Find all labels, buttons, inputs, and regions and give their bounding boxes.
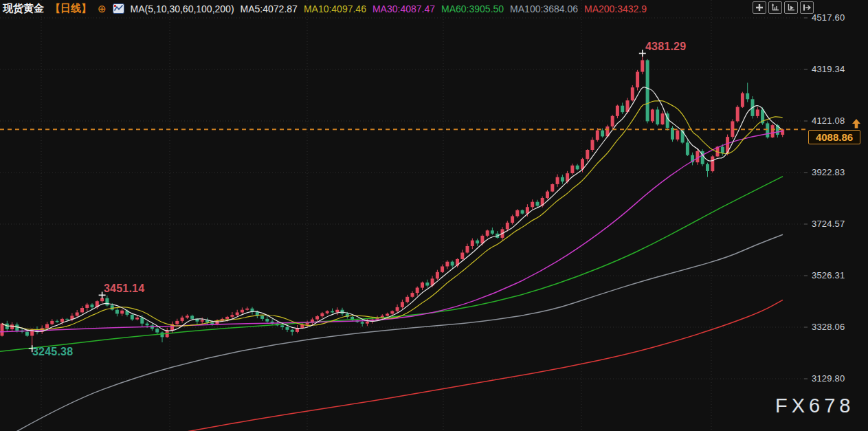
ma200-value: MA200:3432.9 — [584, 3, 647, 14]
ma-line-MA10 — [2, 101, 783, 330]
axis-price-label: 3526.31 — [812, 270, 845, 280]
exit-fullscreen-button[interactable] — [800, 1, 814, 14]
crosshair-tool-button[interactable] — [753, 1, 766, 14]
swing-low-label: 3245.38 — [32, 346, 73, 358]
ma5-value: MA5:4072.87 — [241, 3, 298, 14]
axis-price-label: 4319.34 — [812, 64, 845, 74]
ma10-value: MA10:4097.46 — [304, 3, 366, 14]
axis-price-label: 3922.83 — [812, 167, 845, 177]
ma-params-label: MA(5,10,30,60,100,200) — [131, 3, 234, 14]
axis-price-label: 3724.57 — [812, 219, 845, 229]
add-compare-icon[interactable]: ⊕ — [98, 4, 107, 14]
ma-line-MA30 — [0, 131, 783, 332]
current-price-value: 4088.86 — [808, 130, 860, 144]
ma-line-MA5 — [2, 87, 783, 332]
ma-line-MA60 — [0, 177, 783, 352]
ma30-value: MA30:4087.47 — [372, 3, 435, 14]
axis-play-button[interactable] — [784, 1, 798, 14]
axis-price-label: 3129.80 — [812, 373, 845, 384]
ma100-value: MA100:3684.06 — [510, 3, 578, 14]
ma60-value: MA60:3905.50 — [441, 3, 504, 14]
candlestick-chart[interactable] — [0, 0, 868, 431]
timeframe-label[interactable]: 【日线】 — [50, 2, 91, 15]
ma-line-MA200 — [157, 300, 783, 431]
swing-high-label: 3451.14 — [104, 283, 144, 295]
chart-legend: 现货黄金 【日线】 ⊕ MA(5,10,30,60,100,200) MA5:4… — [3, 2, 647, 15]
indicator-chart-icon[interactable] — [113, 3, 124, 14]
chart-window: 现货黄金 【日线】 ⊕ MA(5,10,30,60,100,200) MA5:4… — [0, 0, 868, 431]
axis-price-label: 4517.60 — [812, 12, 845, 23]
axis-scale-button[interactable] — [768, 1, 782, 14]
symbol-title: 现货黄金 — [3, 2, 44, 15]
peak-price-label: 4381.29 — [645, 41, 686, 53]
chart-toolbar — [753, 1, 814, 14]
axis-price-label: 4121.08 — [812, 115, 845, 126]
axis-price-label: 3328.06 — [812, 322, 845, 332]
watermark: FX678 — [775, 395, 854, 417]
ma-line-MA100 — [12, 234, 783, 431]
